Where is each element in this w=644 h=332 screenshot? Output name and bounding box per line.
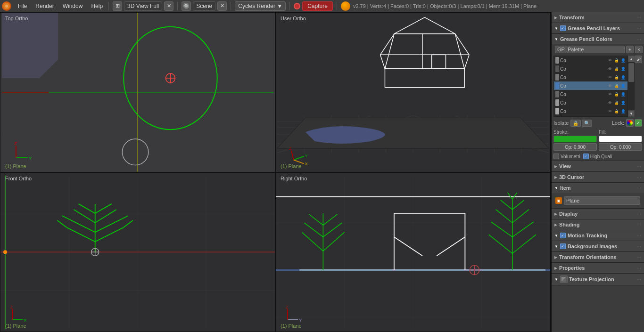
menu-render[interactable]: Render: [32, 2, 58, 10]
viewport-area: Top Ortho: [0, 12, 552, 332]
menu-help[interactable]: Help: [87, 2, 107, 10]
lock-buttons: ✓: [626, 119, 642, 127]
color-row-6[interactable]: Co 👁 🔒 👤: [554, 98, 627, 107]
texture-projection-header[interactable]: Texture Projection ···: [552, 274, 644, 285]
view-dots: ···: [637, 163, 641, 169]
background-images-checkbox[interactable]: ✓: [560, 243, 566, 249]
view-dropdown[interactable]: 3D View Full: [124, 1, 162, 11]
lock-icon-btn-2[interactable]: ✓: [635, 119, 642, 127]
display-dots: ···: [637, 211, 641, 217]
palette-remove-btn[interactable]: ×: [635, 46, 643, 53]
separator-4: [289, 2, 290, 10]
high-quality-item: ✓ High Quali: [583, 154, 612, 159]
cursor-3d-arrow: [554, 175, 557, 179]
menu-file[interactable]: File: [14, 2, 31, 10]
scroll-thumb[interactable]: [628, 63, 634, 82]
shading-header[interactable]: Shading ···: [552, 219, 644, 230]
palette-name-input[interactable]: [555, 46, 625, 53]
properties-title: Properties: [559, 265, 637, 271]
svg-text:Z: Z: [10, 304, 13, 309]
item-name-input[interactable]: [564, 196, 640, 205]
item-dots: ···: [637, 185, 641, 191]
separator-5: [337, 2, 337, 10]
gp-layers-dots: ···: [637, 25, 641, 31]
fill-color-bar[interactable]: [599, 136, 642, 142]
fill-section: Fill: Op: 0.000: [599, 130, 642, 151]
view-close-btn[interactable]: ✕: [164, 1, 173, 11]
engine-section: Cycles Render ▼: [235, 1, 286, 11]
item-title: Item: [560, 185, 637, 191]
texture-projection-arrow: [554, 277, 558, 282]
stroke-section: Stroke: Op: 0.900: [553, 130, 597, 151]
properties-header[interactable]: Properties ···: [552, 263, 644, 273]
item-object-icon: ▣: [555, 197, 562, 204]
background-images-header[interactable]: ✓ Background Images ···: [552, 241, 644, 251]
paint-btn[interactable]: 🖌: [635, 56, 642, 63]
item-header[interactable]: Item ···: [552, 183, 644, 193]
gp-layers-checkbox[interactable]: ✓: [560, 25, 566, 31]
high-quality-label: High Quali: [590, 154, 612, 159]
color-row-1[interactable]: Co 👁 🔒 👤: [554, 56, 627, 65]
shading-title: Shading: [559, 222, 637, 227]
item-section: Item ··· ▣: [552, 183, 644, 209]
engine-dropdown[interactable]: Cycles Render ▼: [235, 1, 286, 11]
view-icon-btn-1[interactable]: ⊞: [113, 1, 122, 11]
svg-text:Z: Z: [289, 146, 292, 151]
lock-icon-btn-1[interactable]: [626, 119, 634, 127]
viewport-user-ortho[interactable]: User Ortho: [275, 12, 551, 172]
volumetric-checkbox[interactable]: [553, 154, 559, 159]
texture-projection-dots: ···: [637, 276, 641, 282]
cursor-3d-header[interactable]: 3D Cursor ···: [552, 172, 644, 182]
gpc-header[interactable]: Grease Pencil Colors ···: [552, 34, 644, 44]
texture-projection-section: Texture Projection ···: [552, 274, 644, 285]
capture-button[interactable]: Capture: [302, 1, 333, 11]
isolate-label: Isolate: [553, 120, 569, 126]
main-layout: Top Ortho: [0, 12, 644, 332]
scroll-down-btn[interactable]: ▼: [628, 110, 635, 117]
transform-header[interactable]: Transform ···: [552, 12, 644, 23]
menu-window[interactable]: Window: [59, 2, 87, 10]
svg-text:Z: Z: [286, 304, 289, 309]
gp-layers-header[interactable]: ✓ Grease Pencil Layers ···: [552, 23, 644, 33]
scene-dropdown[interactable]: Scene: [193, 1, 215, 11]
scene-icon-btn[interactable]: 🔘: [182, 1, 191, 11]
stroke-color-bar[interactable]: [553, 136, 597, 142]
stroke-opacity[interactable]: Op: 0.900: [553, 143, 597, 151]
motion-tracking-header[interactable]: ✓ Motion Tracking ···: [552, 230, 644, 241]
scene-close-btn[interactable]: ✕: [217, 1, 227, 11]
quality-row: Volumetri ✓ High Quali: [552, 152, 644, 161]
fill-opacity[interactable]: Op: 0.000: [599, 143, 642, 151]
isolate-btn-2[interactable]: 🔍: [582, 120, 592, 127]
high-quality-checkbox[interactable]: ✓: [583, 154, 589, 159]
top-menubar: File Render Window Help ⊞ 3D View Full ✕…: [0, 0, 644, 12]
palette-add-btn[interactable]: +: [626, 46, 634, 53]
motion-tracking-section: ✓ Motion Tracking ···: [552, 230, 644, 241]
properties-arrow: [554, 266, 557, 270]
gpc-section: Grease Pencil Colors ··· + × Co: [552, 34, 644, 161]
properties-section: Properties ···: [552, 263, 644, 274]
color-row-2[interactable]: Co 👁 🔒 👤: [554, 65, 627, 73]
transform-orientations-section: Transform Orientations ···: [552, 252, 644, 263]
transform-section: Transform ···: [552, 12, 644, 23]
svg-point-84: [3, 250, 7, 254]
scroll-track: [628, 62, 635, 110]
viewport-right-ortho[interactable]: Right Ortho: [275, 172, 551, 332]
color-row-4[interactable]: Co 👁 🔒 👤: [554, 81, 627, 90]
viewport-front-ortho[interactable]: Front Ortho: [0, 172, 275, 332]
motion-tracking-checkbox[interactable]: ✓: [560, 233, 566, 238]
gpc-palette-toolbar: + ×: [552, 44, 644, 55]
gpc-dots: ···: [637, 36, 641, 42]
color-list-scrollbar: ▲ ▼: [628, 56, 635, 117]
viewport-top-ortho[interactable]: Top Ortho: [0, 12, 275, 172]
user-icon: 👤: [620, 57, 626, 63]
view-header[interactable]: View ···: [552, 161, 644, 171]
transform-orientations-header[interactable]: Transform Orientations ···: [552, 252, 644, 262]
display-header[interactable]: Display ···: [552, 209, 644, 219]
background-images-arrow: [554, 244, 558, 249]
color-row-5[interactable]: Co 👁 🔒 👤: [554, 90, 627, 98]
color-row-7[interactable]: Co 👁 🔒 👤: [554, 107, 627, 115]
scroll-up-btn[interactable]: ▲: [628, 56, 635, 62]
gp-layers-arrow: [554, 26, 558, 31]
isolate-btn-1[interactable]: 🔒: [570, 120, 581, 127]
color-row-3[interactable]: Co 👁 🔒 👤: [554, 73, 627, 81]
